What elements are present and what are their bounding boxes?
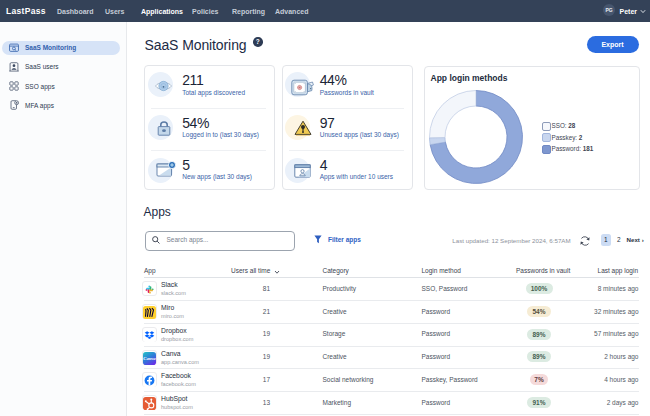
svg-text:Canva: Canva xyxy=(143,356,156,361)
